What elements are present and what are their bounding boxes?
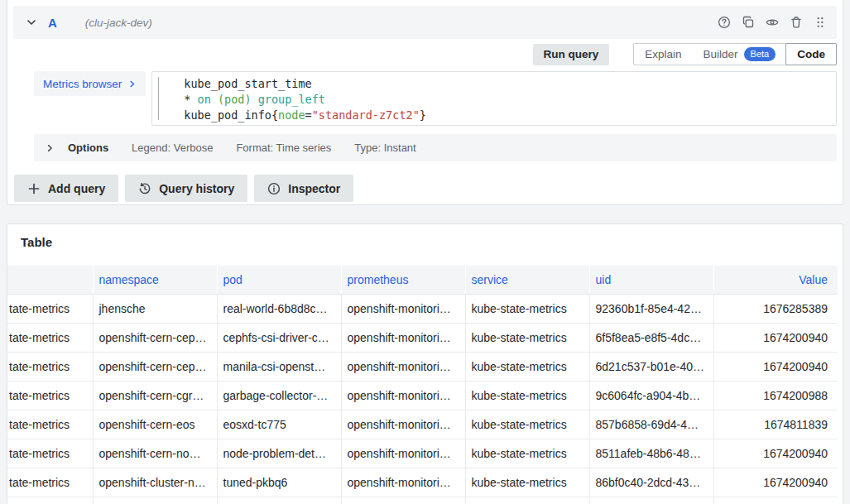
table-cell: 1676285389 (713, 294, 838, 323)
option-format: Format: Time series (236, 142, 331, 154)
column-header-namespace[interactable]: namespace (93, 266, 217, 294)
editor-caret (158, 77, 159, 120)
table-panel: Table namespacepodprometheusserviceuidVa… (7, 223, 843, 504)
tab-label: Builder (704, 48, 738, 60)
table-cell: openshift-cern-cep… (93, 323, 217, 352)
table-cell: tate-metrics (7, 410, 93, 439)
table-cell: kube-state-metrics (465, 497, 589, 504)
chevron-right-icon (127, 79, 137, 89)
collapse-chevron-icon[interactable] (25, 16, 38, 29)
table-cell: kube-state-metrics (465, 381, 589, 410)
help-icon[interactable] (718, 16, 731, 29)
table-cell: node-problem-det… (217, 439, 341, 468)
options-toggle[interactable]: Options Legend: Verbose Format: Time ser… (34, 134, 837, 161)
table-cell: 6d21c537-b01e-40… (589, 352, 713, 381)
table-cell: tate-metrics (7, 497, 93, 504)
table-cell: 1674200940 (713, 497, 838, 504)
table-cell: openshift-monitori… (341, 497, 465, 504)
copy-icon[interactable] (742, 16, 755, 29)
table-row: tate-metricsopenshift-cluster-n…tuned-pk… (7, 468, 838, 497)
table-body: tate-metricsjhenschereal-world-6b8d8c…op… (7, 294, 838, 504)
option-legend: Legend: Verbose (132, 142, 213, 154)
query-code-editor[interactable]: kube_pod_start_time* on (pod) group_left… (151, 71, 837, 126)
panel-title[interactable]: Table (7, 224, 843, 249)
column-header-service[interactable]: service (465, 266, 589, 294)
query-editor-row: Metrics browser kube_pod_start_time* on … (34, 71, 837, 126)
table-row: tate-metricsopenshift-cern-cep…cephfs-cs… (7, 323, 838, 352)
code-line: * on (pod) group_left (184, 92, 829, 108)
table-cell: 857b6858-69d4-4… (589, 410, 713, 439)
query-history-button[interactable]: Query history (125, 175, 247, 202)
table-cell: openshift-monitori… (341, 294, 465, 323)
tab-label: Code (797, 48, 825, 60)
query-history-label: Query history (159, 182, 234, 195)
table-cell: openshift-monitori… (341, 323, 465, 352)
table-cell: 1674200940 (713, 439, 838, 468)
table-cell: 1674200940 (713, 323, 838, 352)
column-header-prometheus[interactable]: prometheus (341, 266, 465, 294)
table-cell: 1674200940 (713, 352, 838, 381)
tab-builder[interactable]: BuilderBeta (693, 44, 787, 65)
add-query-button[interactable]: Add query (14, 175, 118, 202)
table-cell: tate-metrics (7, 468, 93, 497)
eye-icon[interactable] (766, 16, 779, 29)
inspector-button[interactable]: Inspector (254, 175, 353, 202)
table-cell: 86bf0c40-2dcd-43… (589, 468, 713, 497)
table-cell: tate-metrics (7, 323, 93, 352)
table-row: tate-metricsopenshift-cern-cgr…garbage-c… (7, 381, 838, 410)
table-cell: openshift-cern-cep… (93, 352, 217, 381)
query-header-actions (718, 16, 827, 29)
table-cell: openshift-cluste… (93, 497, 217, 504)
chevron-right-icon (45, 143, 55, 153)
tab-explain[interactable]: Explain (634, 44, 692, 65)
table-cell: openshift-cern-eos (93, 410, 217, 439)
query-ref-id[interactable]: A (48, 16, 57, 30)
inspector-label: Inspector (288, 182, 340, 195)
query-row-header: A (clu-jack-dev) (13, 6, 837, 39)
table-cell: 92360b1f-85e4-42… (589, 294, 713, 323)
column-header-blank[interactable] (7, 266, 93, 294)
history-icon (138, 182, 151, 195)
metrics-browser-label: Metrics browser (43, 78, 122, 90)
beta-badge: Beta (744, 47, 776, 60)
table-cell: kube-state-metrics (465, 410, 589, 439)
query-editor-card: A (clu-jack-dev) Run query ExplainBuilde… (7, 0, 843, 205)
table-cell: f25b2053-9eb4-4… (589, 497, 713, 504)
option-type: Type: Instant (354, 142, 415, 154)
table-cell: 1674200988 (713, 381, 838, 410)
table-cell: real-world-6b8d8c… (217, 294, 341, 323)
query-code: kube_pod_start_time* on (pod) group_left… (184, 76, 829, 123)
mode-toggle: ExplainBuilderBetaCode (633, 43, 837, 65)
table-cell: openshift-cluster-n… (93, 468, 217, 497)
add-query-label: Add query (48, 182, 105, 195)
table-cell: openshift-cern-no… (93, 439, 217, 468)
column-header-Value[interactable]: Value (713, 266, 838, 294)
results-table: namespacepodprometheusserviceuidValue ta… (7, 266, 838, 504)
table-cell: cluster-image-reg… (217, 497, 341, 504)
table-cell: kube-state-metrics (465, 352, 589, 381)
plus-icon (27, 182, 41, 195)
run-query-button[interactable]: Run query (533, 44, 610, 65)
table-row: tate-metricsopenshift-cluste…cluster-ima… (7, 497, 838, 504)
table-row: tate-metricsopenshift-cern-no…node-probl… (7, 439, 838, 468)
tab-code[interactable]: Code (785, 43, 837, 65)
table-cell: openshift-monitori… (341, 410, 465, 439)
table-cell: cephfs-csi-driver-c… (217, 323, 341, 352)
metrics-browser-button[interactable]: Metrics browser (34, 71, 146, 96)
table-cell: openshift-monitori… (341, 352, 465, 381)
table-cell: jhensche (93, 294, 217, 323)
table-cell: tuned-pkbq6 (217, 468, 341, 497)
table-header-row: namespacepodprometheusserviceuidValue (7, 266, 838, 294)
table-cell: openshift-monitori… (341, 468, 465, 497)
table-cell: openshift-cern-cgr… (93, 381, 217, 410)
column-header-uid[interactable]: uid (589, 266, 713, 294)
table-cell: tate-metrics (7, 294, 93, 323)
trash-icon[interactable] (790, 16, 803, 29)
datasource-name: (clu-jack-dev) (85, 17, 152, 29)
table-row: tate-metricsopenshift-cern-eoseosxd-tc77… (7, 410, 838, 439)
drag-handle-icon[interactable] (814, 16, 827, 29)
table-cell: tate-metrics (7, 352, 93, 381)
table-cell: manila-csi-openst… (217, 352, 341, 381)
column-header-pod[interactable]: pod (217, 266, 341, 294)
table-row: tate-metricsopenshift-cern-cep…manila-cs… (7, 352, 838, 381)
